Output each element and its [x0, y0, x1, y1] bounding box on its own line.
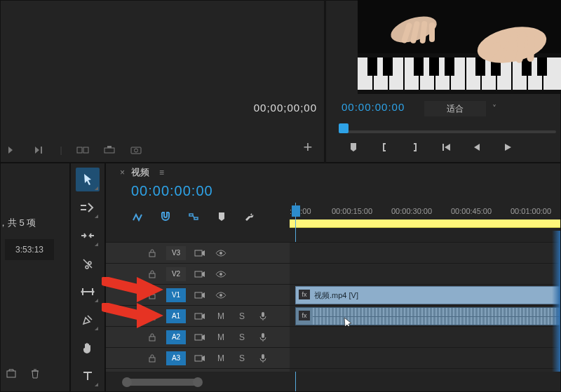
selection-count-label: 择，共 5 项	[0, 217, 74, 229]
out-bracket-icon[interactable]	[409, 141, 421, 154]
step-forward-icon[interactable]	[532, 141, 545, 154]
solo-button[interactable]: S	[235, 351, 249, 365]
marker-icon[interactable]	[347, 141, 360, 154]
svg-rect-51	[149, 316, 155, 320]
lock-icon[interactable]	[148, 311, 159, 321]
svg-point-44	[219, 252, 222, 255]
insert-icon[interactable]	[75, 144, 90, 156]
go-to-in-icon[interactable]	[440, 141, 452, 154]
slip-tool[interactable]	[76, 280, 100, 304]
svg-point-50	[219, 294, 222, 297]
markers-icon[interactable]	[214, 210, 229, 224]
program-playhead-knob[interactable]	[339, 123, 349, 133]
track-row-v1: V1 fx 视频.mp4 [V]	[106, 284, 560, 305]
type-tool[interactable]	[76, 364, 100, 388]
mute-button[interactable]: M	[214, 330, 228, 344]
lock-icon[interactable]	[148, 269, 159, 279]
step-back-icon[interactable]	[471, 141, 483, 154]
track-row-a2: A2 M S	[106, 326, 560, 347]
timeline-timecode[interactable]: 00:00:00:00	[131, 183, 213, 199]
eye-icon[interactable]	[214, 246, 228, 260]
track-label-a2[interactable]: A2	[166, 330, 186, 344]
track-row-a3: A3 M S	[106, 347, 560, 368]
track-row-master: 主声道 0.0	[106, 368, 560, 372]
svg-rect-42	[149, 252, 155, 257]
export-frame-icon[interactable]	[128, 144, 144, 156]
play-icon[interactable]	[501, 141, 514, 154]
track-label-v3[interactable]: V3	[166, 246, 186, 260]
close-tab-icon[interactable]: ×	[120, 168, 125, 177]
source-bottom-toolbar: |	[5, 144, 144, 156]
overwrite-icon[interactable]	[102, 144, 117, 156]
svg-rect-53	[262, 312, 264, 317]
panel-menu-icon[interactable]: ≡	[159, 168, 164, 177]
source-patch-icon[interactable]	[193, 267, 207, 281]
timeline-zoom-scroll[interactable]	[127, 377, 553, 387]
magnet-icon[interactable]	[158, 210, 173, 224]
source-patch-icon[interactable]	[193, 246, 207, 260]
eye-icon[interactable]	[214, 267, 228, 281]
video-clip[interactable]: fx 视频.mp4 [V]	[295, 286, 560, 304]
svg-rect-22	[383, 58, 393, 76]
track-label-a3[interactable]: A3	[166, 351, 186, 365]
linked-selection-icon[interactable]	[186, 210, 201, 224]
chevron-down-icon[interactable]: ˅	[487, 102, 501, 115]
svg-rect-48	[149, 295, 155, 299]
trash-icon[interactable]	[29, 367, 41, 380]
svg-rect-40	[429, 22, 435, 42]
svg-rect-34	[527, 32, 534, 62]
mic-icon[interactable]	[256, 351, 270, 365]
svg-rect-45	[149, 273, 155, 278]
mark-in-icon[interactable]	[5, 144, 20, 156]
hand-tool[interactable]	[76, 336, 100, 360]
svg-point-47	[219, 273, 222, 276]
selection-tool[interactable]	[76, 168, 100, 191]
track-label-v2[interactable]: V2	[166, 267, 186, 281]
vertical-scroll[interactable]	[552, 231, 560, 372]
track-label-a1[interactable]: A1	[166, 309, 186, 323]
audio-clip[interactable]: fx	[295, 307, 560, 325]
svg-rect-3	[107, 146, 111, 148]
clip-label: 视频.mp4 [V]	[314, 290, 358, 301]
mic-icon[interactable]	[256, 309, 270, 323]
lock-icon[interactable]	[148, 248, 159, 258]
source-timecode: 00;00;00;00	[254, 102, 317, 114]
pen-tool[interactable]	[76, 308, 100, 332]
razor-tool[interactable]	[76, 252, 100, 276]
solo-button[interactable]: S	[235, 309, 249, 323]
fx-badge: fx	[299, 290, 310, 299]
lock-icon[interactable]	[148, 290, 159, 300]
mute-button[interactable]: M	[214, 309, 228, 323]
waveform	[313, 308, 560, 325]
source-patch-icon[interactable]	[193, 330, 207, 344]
new-item-icon[interactable]	[5, 367, 18, 380]
in-bracket-icon[interactable]	[378, 141, 391, 154]
track-select-forward-tool[interactable]	[76, 196, 100, 219]
timeline-tracks: V3 V2 V1	[106, 231, 560, 372]
track-label-v1[interactable]: V1	[166, 288, 186, 302]
zoom-fit-select[interactable]: 适合	[424, 101, 486, 116]
mute-button[interactable]: M	[214, 351, 228, 365]
eye-icon[interactable]	[214, 288, 228, 302]
snap-icon[interactable]	[130, 210, 145, 224]
program-transport	[326, 137, 560, 158]
svg-rect-29	[537, 58, 547, 76]
timeline-panel: × 视频 ≡ 00:00:00:00 :00:00 00:00:15:00 00…	[105, 163, 561, 392]
program-timecode: 00:00:00:00	[342, 101, 405, 113]
solo-button[interactable]: S	[235, 330, 249, 344]
mic-icon[interactable]	[256, 330, 270, 344]
source-patch-icon[interactable]	[193, 351, 207, 365]
ruler-tick: 00:01:00:00	[511, 207, 551, 215]
settings-wrench-icon[interactable]	[242, 210, 257, 224]
source-patch-icon[interactable]	[193, 309, 207, 323]
mark-out-icon[interactable]	[32, 144, 47, 156]
divider: |	[58, 144, 64, 156]
lock-icon[interactable]	[148, 332, 159, 342]
timeline-ruler[interactable]: :00:00 00:00:15:00 00:00:30:00 00:00:45:…	[290, 205, 560, 229]
add-button[interactable]: +	[300, 140, 316, 155]
svg-rect-43	[195, 250, 202, 256]
ripple-edit-tool[interactable]	[76, 224, 100, 248]
sequence-tab[interactable]: 视频	[131, 166, 149, 179]
lock-icon[interactable]	[148, 353, 159, 363]
source-patch-icon[interactable]	[193, 288, 207, 302]
